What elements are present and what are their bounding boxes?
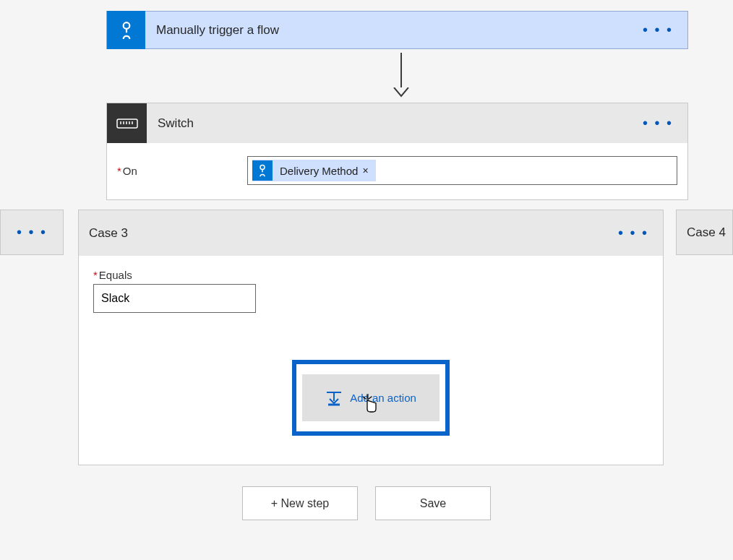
case-menu-icon[interactable]: • • • <box>618 225 648 241</box>
trigger-menu-icon[interactable]: • • • <box>643 22 673 38</box>
flow-arrow-icon <box>393 53 410 98</box>
equals-label: *Equals <box>93 269 648 281</box>
footer: + New step Save <box>0 486 733 520</box>
svg-point-0 <box>123 22 129 29</box>
trigger-title: Manually trigger a flow <box>156 23 279 38</box>
next-case-peek[interactable]: Case 4 <box>676 210 733 255</box>
add-action-icon <box>325 390 343 406</box>
switch-on-label: *On <box>117 165 247 177</box>
token-remove-icon[interactable]: × <box>362 165 368 176</box>
prev-case-peek[interactable]: • • • <box>0 210 64 255</box>
trigger-icon <box>107 11 145 49</box>
new-step-button[interactable]: + New step <box>242 486 358 520</box>
token-icon <box>252 160 273 181</box>
switch-menu-icon[interactable]: • • • <box>643 115 673 132</box>
equals-input[interactable] <box>93 284 256 313</box>
switch-card: Switch • • • *On Delivery Method × <box>106 103 688 200</box>
svg-point-7 <box>260 165 265 170</box>
switch-on-field[interactable]: Delivery Method × <box>247 156 677 185</box>
tutorial-highlight: Add an action <box>292 360 450 436</box>
token-label: Delivery Method <box>280 165 358 177</box>
switch-body: *On Delivery Method × <box>107 143 687 199</box>
case-title: Case 3 <box>89 226 128 241</box>
add-action-label: Add an action <box>350 392 416 404</box>
case-header[interactable]: Case 3 • • • <box>79 210 663 256</box>
case-body: *Equals Add an action <box>79 256 663 465</box>
switch-icon <box>107 103 147 143</box>
add-action-button[interactable]: Add an action <box>302 374 440 421</box>
delivery-method-token[interactable]: Delivery Method × <box>252 160 376 181</box>
case-card: Case 3 • • • *Equals Add an action <box>78 210 664 465</box>
next-case-title: Case 4 <box>687 225 726 240</box>
trigger-card[interactable]: Manually trigger a flow • • • <box>106 11 688 49</box>
switch-title: Switch <box>158 116 194 131</box>
svg-rect-1 <box>117 119 137 128</box>
prev-case-menu-icon[interactable]: • • • <box>17 224 47 241</box>
switch-header[interactable]: Switch • • • <box>107 103 687 143</box>
save-button[interactable]: Save <box>375 486 491 520</box>
